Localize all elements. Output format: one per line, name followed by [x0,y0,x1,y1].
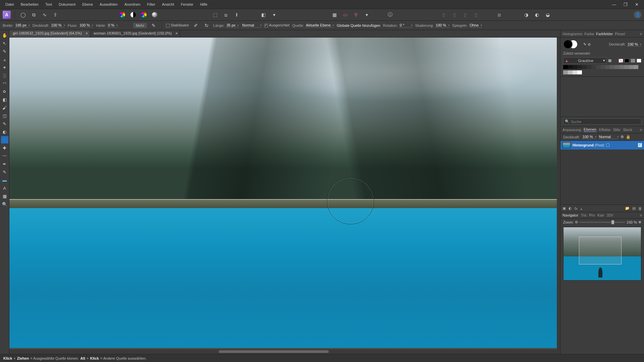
dodge-tool-icon[interactable]: ◐ [1,128,8,135]
hand-tool-icon[interactable]: ✋ [1,32,8,39]
opacity-field[interactable]: 100 % [50,23,65,27]
swatch[interactable] [582,65,587,69]
retouch-tool-icon[interactable]: ✎ [1,168,8,176]
layer-thumbnail[interactable] [562,142,571,148]
add-global-source-button[interactable]: Globale Quelle hinzufügen [337,23,380,27]
subtract-icon[interactable]: ◐ [533,11,541,19]
tab-stock[interactable]: Stock [623,128,632,132]
swatch[interactable] [568,70,573,74]
navigator-preview[interactable] [563,227,641,281]
document-tab-1[interactable]: girl-1869532_1920.jpg [Geändert] (64,5%)… [9,30,90,37]
navigator-view-rect[interactable] [579,237,622,264]
swatch[interactable] [615,65,620,69]
smudge-tool-icon[interactable]: 〰 [1,152,8,160]
menu-text[interactable]: Text [42,1,55,8]
dropdown-icon[interactable]: ▾ [270,11,278,19]
panel-menu-icon[interactable]: ≡ [640,213,642,217]
hue-icon[interactable] [140,11,148,19]
grid-icon[interactable]: ▦ [330,11,338,19]
tab-protocol[interactable]: Pro [589,213,595,217]
layer-crop-icon[interactable]: ⟁ [580,206,583,210]
hardness-field[interactable]: 0 % [107,23,118,27]
menu-edit[interactable]: Bearbeiten [17,1,42,8]
rope-icon[interactable]: ✐ [192,21,200,29]
swatch[interactable] [624,65,629,69]
menu-window[interactable]: Fenster [177,1,197,8]
liquify-persona-icon[interactable]: ⧉ [30,11,38,19]
zoom-out-icon[interactable]: ⊖ [575,220,578,224]
swatch[interactable] [568,65,573,69]
healing-tool-icon[interactable]: ✚ [1,144,8,152]
tab-histogram[interactable]: Histogramm [562,32,582,36]
paint-brush-tool-icon[interactable]: 🖌 [1,104,8,111]
pen-tool-icon[interactable]: ✒ [1,160,8,168]
source-select[interactable]: Aktuelle Ebene [305,23,334,27]
mesh-tool-icon[interactable]: ▦ [1,192,8,200]
minimize-icon[interactable]: — [610,1,618,8]
scrollbar-thumb[interactable] [219,350,329,353]
layer-opacity-field[interactable]: 100 % [582,135,596,139]
close-tab-icon[interactable]: × [175,31,178,36]
align-right-icon[interactable]: ▯ [461,11,469,19]
window-icon[interactable]: ↻ [203,21,211,29]
swatch[interactable] [577,70,582,74]
tab-navigator[interactable]: Navigator [562,213,578,217]
none-color-icon[interactable]: ⊘ [588,42,591,47]
tab-styles[interactable]: Stile [613,128,620,132]
foreground-background-colors[interactable] [563,40,578,49]
quick-mask-icon[interactable]: ◧ [259,11,267,19]
text-selection-icon[interactable]: 𝐈 [232,11,240,19]
swatch[interactable] [573,65,577,69]
tab-32bit[interactable]: 32V [607,213,613,217]
no-fill-swatch-icon[interactable] [619,59,623,63]
vertical-scrollbar[interactable] [557,38,560,349]
menu-view[interactable]: Ansicht [159,1,177,8]
swatch[interactable] [610,65,615,69]
selection-icon[interactable]: ⬚ [211,11,219,19]
tab-color[interactable]: Farbe [584,32,594,36]
align-left-icon[interactable]: ▯ [440,11,448,19]
panel-menu-icon[interactable]: ≡ [640,32,642,36]
tab-transform[interactable]: Tra [581,213,586,217]
length-field[interactable]: 35 px [226,23,239,27]
close-icon[interactable]: ✕ [633,1,641,8]
align-center-icon[interactable]: ▯ [450,11,459,19]
crop-tool-icon[interactable]: ⟁ [1,56,8,63]
eyedropper-icon[interactable]: ✎ [583,42,586,47]
rotation-field[interactable]: 0 ° [399,23,413,27]
menu-select[interactable]: Auswählen [96,1,121,8]
export-persona-icon[interactable]: ⇪ [51,11,59,19]
white-swatch-icon[interactable] [637,59,641,63]
layer-blend-select[interactable]: Normal [598,135,619,139]
gradient-preset-select[interactable]: ▲ Grautöne ▾ [563,57,607,64]
swatch[interactable] [596,65,601,69]
zoom-slider-knob[interactable] [611,220,614,224]
layer-fx-icon[interactable]: fx [575,206,578,210]
document-tab-2[interactable]: woman-1836601_1920.jpg [Geändert] (150,0… [90,30,180,37]
stabilizer-checkbox[interactable] [166,24,170,27]
canvas[interactable] [9,38,557,348]
menu-document[interactable]: Dokument [55,1,79,8]
layer-mask-icon[interactable]: ▣ [562,206,566,210]
photo-persona-icon[interactable]: ◯ [19,11,27,19]
gray-swatch-icon[interactable] [631,59,635,63]
blend-mode-select[interactable]: Normal [241,23,262,27]
tab-swatches[interactable]: Farbfelder [596,32,613,36]
foreground-color-icon[interactable] [563,40,573,49]
more-button[interactable]: Mehr [133,23,147,28]
swatch[interactable] [563,65,568,69]
selection-brush-tool-icon[interactable]: ✶ [1,64,8,71]
combine-icon[interactable]: ◑ [522,11,530,19]
zoom-value[interactable]: 150 % [627,220,637,224]
layer-adjust-icon[interactable]: ◐ [569,206,572,210]
contrast-icon[interactable] [129,11,137,19]
erase-tool-icon[interactable]: ◫ [1,112,8,119]
inpainting-tool-icon[interactable]: 👤 [1,136,8,143]
search-input[interactable]: 🔍 Suche [563,118,641,125]
intersect-icon[interactable]: ◒ [544,11,552,19]
zoom-tool-icon[interactable]: 🔍 [1,200,8,208]
move-tool-icon[interactable]: ↖ [1,40,8,47]
pressure-icon[interactable]: ✎ [150,21,158,29]
width-field[interactable]: 185 px [15,23,30,27]
tab-channels[interactable]: Kan [597,213,604,217]
